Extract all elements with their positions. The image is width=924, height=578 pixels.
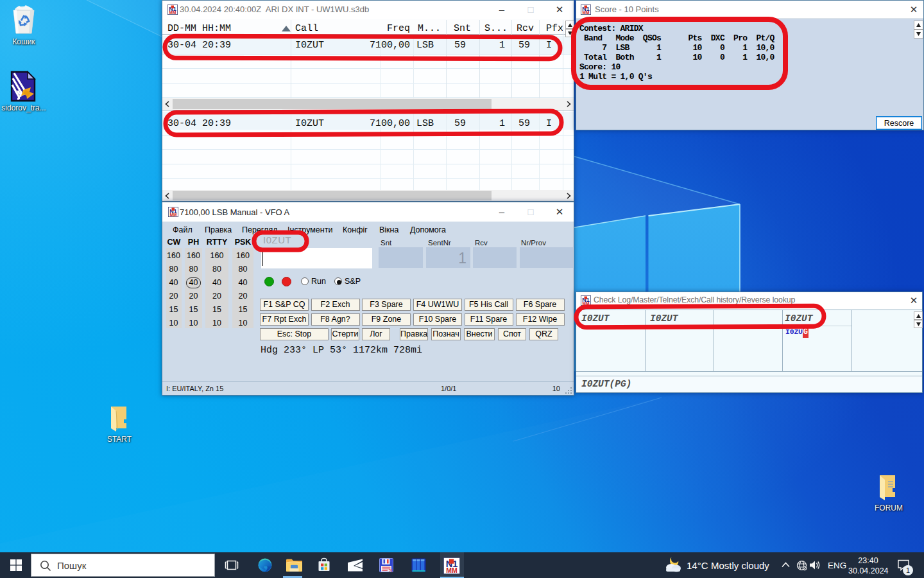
svg-text:MM: MM — [446, 566, 458, 574]
svg-text:51: 51 — [389, 569, 393, 572]
